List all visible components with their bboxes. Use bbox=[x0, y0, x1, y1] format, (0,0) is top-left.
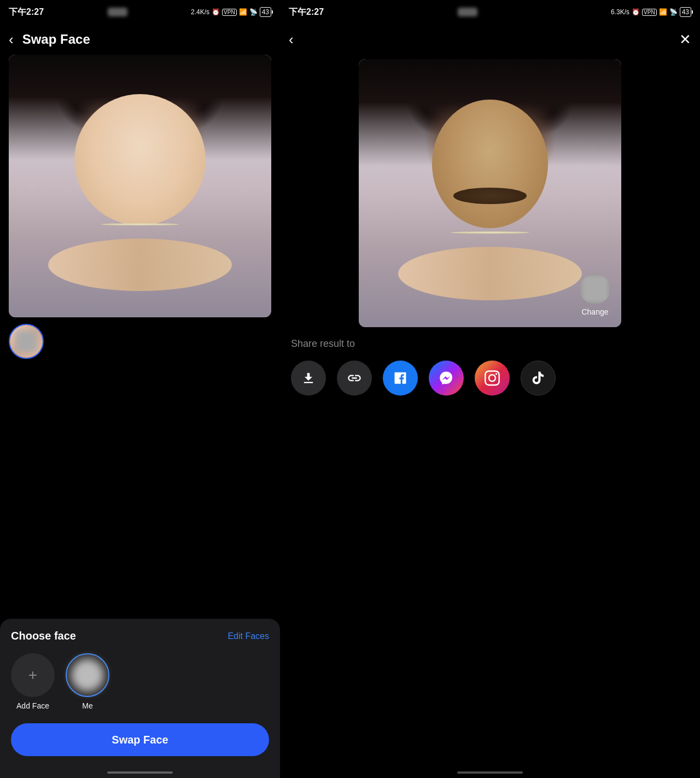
home-indicator-right bbox=[457, 771, 523, 774]
me-face-label: Me bbox=[82, 701, 92, 710]
face-bubble-portrait bbox=[10, 325, 43, 358]
result-image: Change bbox=[359, 59, 621, 327]
left-status-icons: 2.4K/s ⏰ VPN 📶 📡 43 bbox=[191, 7, 271, 17]
right-speed: 6.3K/s bbox=[611, 8, 629, 16]
hands-overlay bbox=[48, 239, 232, 291]
facebook-icon bbox=[393, 370, 408, 386]
swap-face-button[interactable]: Swap Face bbox=[11, 723, 269, 756]
face-overlay bbox=[74, 94, 206, 225]
home-indicator-left bbox=[107, 771, 173, 774]
left-wifi-icon: 📡 bbox=[249, 8, 258, 16]
left-carrier-blur bbox=[108, 8, 127, 16]
main-image bbox=[9, 55, 271, 317]
change-container[interactable]: Change bbox=[580, 274, 610, 316]
selected-face-bubble[interactable] bbox=[9, 324, 44, 359]
left-panel: 下午2:27 2.4K/s ⏰ VPN 📶 📡 43 ‹ Swap Face bbox=[0, 0, 280, 778]
facebook-button[interactable] bbox=[383, 361, 418, 396]
instagram-icon bbox=[485, 370, 500, 386]
faces-row: + Add Face Me bbox=[11, 653, 269, 710]
result-face bbox=[432, 100, 547, 228]
right-alarm-icon: ⏰ bbox=[632, 8, 640, 16]
messenger-button[interactable] bbox=[429, 361, 464, 396]
page-title: Swap Face bbox=[22, 32, 90, 47]
messenger-icon bbox=[439, 370, 454, 386]
plus-icon: + bbox=[28, 666, 37, 684]
me-face-option[interactable]: Me bbox=[66, 653, 109, 710]
left-battery: 43 bbox=[260, 7, 271, 17]
right-panel: 下午2:27 6.3K/s ⏰ VPN 📶 📡 43 ‹ ✕ bbox=[280, 0, 700, 778]
left-status-bar: 下午2:27 2.4K/s ⏰ VPN 📶 📡 43 bbox=[0, 0, 280, 24]
instagram-button[interactable] bbox=[475, 361, 510, 396]
left-alarm-icon: ⏰ bbox=[212, 8, 220, 16]
add-face-option[interactable]: + Add Face bbox=[11, 653, 55, 710]
choose-face-title: Choose face bbox=[11, 630, 76, 642]
add-face-label: Add Face bbox=[16, 701, 49, 710]
left-speed: 2.4K/s bbox=[191, 8, 209, 16]
mustache-overlay bbox=[453, 188, 527, 204]
change-label: Change bbox=[581, 307, 608, 316]
tiktok-button[interactable] bbox=[521, 361, 556, 396]
right-signal-icon: 📶 bbox=[659, 8, 667, 16]
right-carrier-blur bbox=[458, 8, 477, 16]
share-title: Share result to bbox=[291, 338, 689, 350]
source-portrait bbox=[9, 55, 271, 317]
right-time: 下午2:27 bbox=[289, 7, 324, 18]
left-header: ‹ Swap Face bbox=[0, 24, 280, 55]
right-battery: 43 bbox=[680, 7, 691, 17]
tiktok-icon bbox=[530, 370, 546, 386]
me-face-avatar bbox=[71, 659, 104, 692]
left-vpn-badge: VPN bbox=[222, 9, 237, 16]
download-button[interactable] bbox=[291, 361, 326, 396]
right-status-bar: 下午2:27 6.3K/s ⏰ VPN 📶 📡 43 bbox=[280, 0, 700, 24]
face-bubble-area bbox=[0, 320, 280, 363]
share-icons-row bbox=[291, 361, 689, 396]
face-blur bbox=[15, 330, 37, 352]
left-time: 下午2:27 bbox=[9, 7, 44, 18]
result-hands bbox=[398, 247, 582, 300]
right-vpn-badge: VPN bbox=[642, 9, 657, 16]
share-section: Share result to bbox=[280, 327, 700, 396]
drawer-header: Choose face Edit Faces bbox=[11, 630, 269, 642]
swap-face-label: Swap Face bbox=[112, 734, 168, 746]
download-icon bbox=[301, 370, 316, 386]
link-icon bbox=[347, 370, 362, 386]
right-wifi-icon: 📡 bbox=[669, 8, 678, 16]
add-face-circle[interactable]: + bbox=[11, 653, 55, 697]
bottom-drawer: Choose face Edit Faces + Add Face Me Swa… bbox=[0, 619, 280, 778]
edit-faces-button[interactable]: Edit Faces bbox=[228, 631, 269, 641]
back-button[interactable]: ‹ bbox=[9, 31, 14, 48]
change-avatar-blur bbox=[580, 274, 610, 304]
link-button[interactable] bbox=[337, 361, 372, 396]
me-face-circle[interactable] bbox=[66, 653, 109, 697]
right-back-button[interactable]: ‹ bbox=[289, 31, 294, 48]
close-button[interactable]: ✕ bbox=[679, 31, 691, 48]
change-avatar[interactable] bbox=[580, 274, 610, 304]
right-header: ‹ ✕ bbox=[280, 24, 700, 55]
right-status-icons: 6.3K/s ⏰ VPN 📶 📡 43 bbox=[611, 7, 691, 17]
left-signal-icon: 📶 bbox=[239, 8, 247, 16]
